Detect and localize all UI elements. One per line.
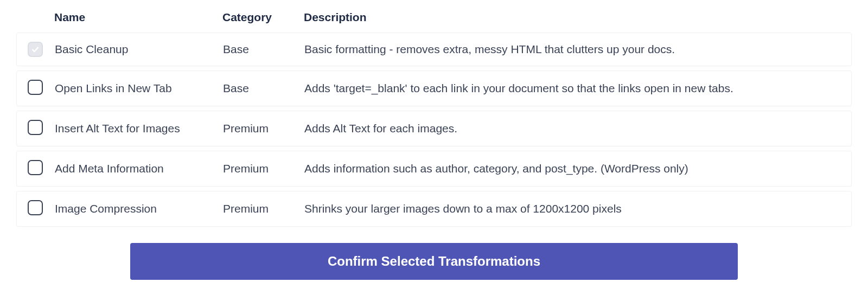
check-icon <box>31 45 40 54</box>
row-category: Base <box>223 82 304 95</box>
table-row: Image CompressionPremiumShrinks your lar… <box>16 191 852 227</box>
row-category: Base <box>223 43 304 56</box>
row-name: Insert Alt Text for Images <box>55 122 223 135</box>
row-category: Premium <box>223 202 304 215</box>
row-description: Basic formatting - removes extra, messy … <box>304 43 840 56</box>
header-name: Name <box>54 11 222 24</box>
row-checkbox[interactable] <box>28 160 43 175</box>
row-description: Shrinks your larger images down to a max… <box>304 202 840 215</box>
row-name: Image Compression <box>55 202 223 215</box>
row-checkbox <box>28 42 43 57</box>
row-name: Basic Cleanup <box>55 43 223 56</box>
header-description: Description <box>304 11 841 24</box>
confirm-button[interactable]: Confirm Selected Transformations <box>130 243 738 280</box>
table-row: Insert Alt Text for ImagesPremiumAdds Al… <box>16 111 852 146</box>
table-row: Add Meta InformationPremiumAdds informat… <box>16 151 852 187</box>
header-category: Category <box>222 11 304 24</box>
row-description: Adds 'target=_blank' to each link in you… <box>304 82 840 95</box>
row-checkbox[interactable] <box>28 200 43 215</box>
row-checkbox[interactable] <box>28 120 43 135</box>
row-name: Open Links in New Tab <box>55 82 223 95</box>
row-category: Premium <box>223 122 304 135</box>
table-header: Name Category Description <box>16 11 852 33</box>
row-description: Adds Alt Text for each images. <box>304 122 840 135</box>
table-row: Basic CleanupBaseBasic formatting - remo… <box>16 33 852 66</box>
table-row: Open Links in New TabBaseAdds 'target=_b… <box>16 70 852 106</box>
row-checkbox[interactable] <box>28 80 43 95</box>
row-description: Adds information such as author, categor… <box>304 162 840 175</box>
row-name: Add Meta Information <box>55 162 223 175</box>
row-category: Premium <box>223 162 304 175</box>
